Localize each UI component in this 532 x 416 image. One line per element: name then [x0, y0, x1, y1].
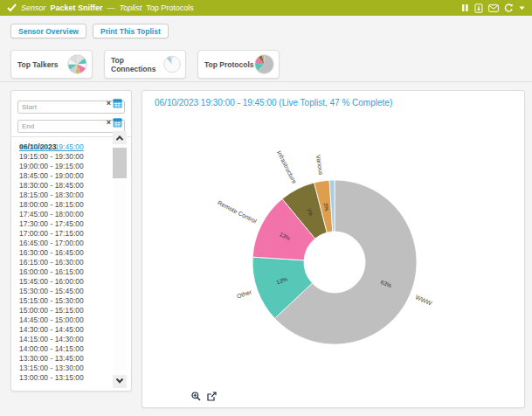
pie-chart-icon [254, 54, 274, 74]
toplist-chart-panel: 06/10/2023 19:30:00 - 19:45:00 (Live Top… [142, 90, 525, 408]
pause-icon[interactable] [461, 3, 469, 12]
page-title: Top Protocols [146, 3, 194, 12]
clear-icon[interactable]: × [107, 98, 111, 109]
time-range-list: 19:30:00 - 19:45:0019:15:00 - 19:30:0019… [19, 142, 107, 383]
time-range-item[interactable]: 16:00:00 - 16:15:00 [19, 267, 107, 277]
slice-name-label: WWW [415, 294, 433, 306]
timerange-sidebar: × × 06/10/2023 19:30:00 [10, 90, 132, 392]
scroll-up-button[interactable] [113, 131, 127, 144]
tab-top-connections[interactable]: Top Connections [104, 50, 186, 79]
breadcrumb-sensor-name[interactable]: Packet Sniffer [51, 3, 103, 12]
time-range-item[interactable]: 19:30:00 - 19:45:00 [19, 142, 107, 152]
email-icon[interactable] [488, 4, 499, 12]
slice-name-label: Infrastructure [276, 149, 298, 184]
breadcrumb-separator: — [107, 3, 115, 12]
time-range-item[interactable]: 19:00:00 - 19:15:00 [19, 162, 107, 171]
chevron-down-icon [116, 375, 123, 382]
calendar-icon[interactable] [113, 99, 122, 108]
slice-percent-label: 3% [323, 202, 330, 211]
print-toplist-button[interactable]: Print This Toplist [93, 24, 169, 38]
caret-down-icon[interactable] [519, 6, 525, 10]
protocols-donut-chart: 63%WWW13%Other13%Remote Control7%Infrast… [142, 91, 526, 409]
time-range-item[interactable]: 18:15:00 - 18:30:00 [19, 191, 107, 200]
time-range-item[interactable]: 17:00:00 - 17:15:00 [19, 229, 107, 239]
report-icon[interactable] [474, 3, 483, 13]
breadcrumb-kind: Sensor [21, 3, 46, 12]
time-range-item[interactable]: 13:30:00 - 13:45:00 [19, 354, 107, 364]
check-icon [7, 3, 17, 12]
time-range-item[interactable]: 16:30:00 - 16:45:00 [19, 248, 107, 258]
scroll-down-button[interactable] [113, 375, 127, 388]
time-range-item[interactable]: 13:15:00 - 13:30:00 [19, 364, 107, 373]
time-range-item[interactable]: 19:15:00 - 19:30:00 [19, 152, 107, 162]
slice-name-label: Remote Control [217, 199, 258, 225]
time-range-item[interactable]: 13:00:00 - 13:15:00 [19, 373, 107, 383]
time-range-item[interactable]: 16:45:00 - 17:00:00 [19, 239, 107, 248]
time-range-item[interactable]: 15:30:00 - 15:45:00 [19, 287, 107, 296]
scrollbar-thumb[interactable] [113, 148, 127, 178]
slice-name-label: Other [236, 288, 252, 300]
refresh-icon[interactable] [504, 3, 514, 13]
tab-top-protocols[interactable]: Top Protocols [197, 50, 280, 79]
time-range-item[interactable]: 17:45:00 - 18:00:00 [19, 210, 107, 219]
tab-label: Top Talkers [17, 60, 58, 69]
end-field-row: × [17, 116, 125, 129]
time-range-item[interactable]: 17:30:00 - 17:45:00 [19, 219, 107, 229]
breadcrumb-section: Toplist [120, 3, 142, 12]
chart-tools [191, 392, 217, 401]
clear-icon[interactable]: × [107, 117, 111, 128]
time-range-item[interactable]: 14:30:00 - 14:45:00 [19, 325, 107, 335]
time-range-item[interactable]: 15:45:00 - 16:00:00 [19, 277, 107, 287]
time-range-item[interactable]: 18:00:00 - 18:15:00 [19, 200, 107, 210]
time-range-item[interactable]: 14:45:00 - 15:00:00 [19, 315, 107, 325]
time-range-item[interactable]: 16:15:00 - 16:30:00 [19, 258, 107, 267]
toplist-tabs: Top Talkers Top Connections Top Protocol… [10, 50, 280, 79]
slice-name-label: Various [315, 155, 325, 177]
tab-label: Top Connections [111, 56, 163, 73]
zoom-in-icon[interactable] [191, 392, 201, 401]
pie-chart-icon [163, 54, 181, 74]
actions-row: Sensor Overview Print This Toplist [10, 24, 169, 38]
calendar-icon[interactable] [113, 118, 122, 128]
sensor-overview-button[interactable]: Sensor Overview [10, 24, 86, 38]
pie-chart-icon [67, 54, 87, 74]
start-field-row: × [17, 97, 125, 110]
topbar-actions [461, 3, 525, 13]
tab-label: Top Protocols [204, 60, 254, 69]
tab-top-talkers[interactable]: Top Talkers [10, 50, 93, 79]
time-range-item[interactable]: 18:30:00 - 18:45:00 [19, 181, 107, 191]
chevron-up-icon [116, 135, 123, 142]
time-range-item[interactable]: 14:00:00 - 14:15:00 [19, 344, 107, 354]
time-range-item[interactable]: 15:00:00 - 15:15:00 [19, 306, 107, 315]
topbar: Sensor Packet Sniffer — Toplist Top Prot… [0, 0, 532, 16]
time-range-item[interactable]: 15:15:00 - 15:30:00 [19, 296, 107, 306]
external-link-icon[interactable] [207, 392, 217, 401]
time-range-item[interactable]: 14:15:00 - 14:30:00 [19, 335, 107, 344]
scrollbar[interactable] [113, 131, 127, 388]
divider [0, 81, 532, 82]
time-range-item[interactable]: 18:45:00 - 19:00:00 [19, 171, 107, 181]
